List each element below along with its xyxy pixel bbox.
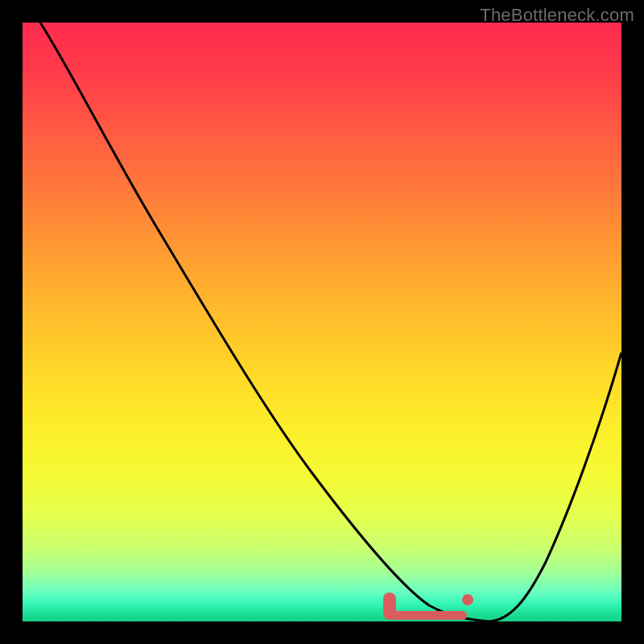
chart-curves xyxy=(23,23,621,621)
chart-plot-area xyxy=(23,23,621,621)
left-curve xyxy=(40,23,489,621)
right-curve xyxy=(489,353,621,621)
highlight-range[interactable] xyxy=(383,592,473,620)
range-bar[interactable] xyxy=(390,611,467,620)
watermark-text: TheBottleneck.com xyxy=(480,5,634,26)
range-handle-right[interactable] xyxy=(462,594,473,605)
